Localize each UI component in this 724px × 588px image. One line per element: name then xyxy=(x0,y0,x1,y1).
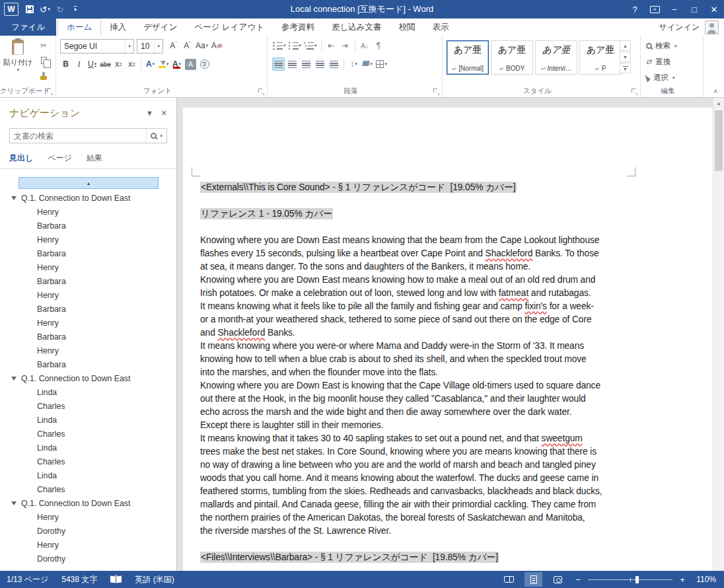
character-shading-button[interactable]: A xyxy=(185,59,196,70)
italic-button[interactable]: I xyxy=(73,57,85,71)
nav-subheading-item[interactable]: Barbara xyxy=(0,330,176,344)
distribute-button[interactable] xyxy=(328,57,340,71)
superscript-button[interactable]: x2 xyxy=(126,57,138,71)
nav-subheading-item[interactable]: Henry xyxy=(0,288,176,302)
ribbon-tab-挿入[interactable]: 挿入 xyxy=(101,18,135,36)
underline-button[interactable]: U▾ xyxy=(86,57,98,71)
nav-heading-item[interactable]: Q.1. Connection to Down East xyxy=(0,191,176,205)
nav-tab-ページ[interactable]: ページ xyxy=(48,153,72,168)
style-item-BODY[interactable]: あア亜↵ BODY xyxy=(491,40,533,75)
document-page[interactable]: <Externals\\This is Core Sound> - § 1 リフ… xyxy=(183,108,713,571)
enclose-characters-button[interactable]: 字 xyxy=(198,57,211,71)
replace-button[interactable]: ⇄置換 xyxy=(646,57,670,67)
cut-button[interactable]: ✂ xyxy=(36,38,52,52)
nav-subheading-item[interactable]: Linda xyxy=(0,413,176,427)
font-name-combobox[interactable]: Segoe UI▾ xyxy=(60,39,134,54)
undo-button[interactable]: ↺▾ xyxy=(38,2,52,17)
save-button[interactable] xyxy=(23,2,36,17)
document-search-box[interactable]: ▾ xyxy=(9,128,167,143)
word-count-indicator[interactable]: 5438 文字 xyxy=(61,574,97,585)
collapse-ribbon-button[interactable]: ˄ xyxy=(713,88,717,95)
sort-button[interactable]: A↓ xyxy=(359,39,371,52)
ribbon-tab-ファイル[interactable]: ファイル xyxy=(0,18,56,36)
align-right-button[interactable] xyxy=(300,57,312,71)
clear-formatting-button[interactable]: A xyxy=(210,39,223,52)
scroll-up-arrow[interactable]: ▲ xyxy=(713,98,724,109)
document-content[interactable]: <Externals\\This is Core Sound> - § 1 リフ… xyxy=(200,181,641,564)
paste-button[interactable]: 貼り付け ▾ xyxy=(3,38,32,83)
read-mode-view-button[interactable] xyxy=(500,572,518,587)
proofing-status-icon[interactable]: ✕ xyxy=(110,575,122,583)
zoom-slider-thumb[interactable] xyxy=(635,576,639,583)
collapse-triangle-icon[interactable] xyxy=(11,501,17,505)
borders-button[interactable]: ▾ xyxy=(375,57,388,71)
shading-button[interactable]: ▾ xyxy=(361,57,374,71)
search-input[interactable] xyxy=(10,131,146,141)
nav-subheading-item[interactable]: Barbara xyxy=(0,246,176,260)
font-size-combobox[interactable]: 10▾ xyxy=(137,39,163,54)
nav-subheading-item[interactable]: Barbara xyxy=(0,219,176,233)
language-indicator[interactable]: 英語 (米国) xyxy=(135,574,174,585)
nav-subheading-item[interactable]: Linda xyxy=(0,441,176,455)
zoom-in-button[interactable]: + xyxy=(678,575,687,585)
grow-font-button[interactable]: Aˆ xyxy=(167,39,180,52)
nav-subheading-item[interactable]: Henry xyxy=(0,538,176,552)
show-formatting-marks-button[interactable]: ¶ xyxy=(373,39,385,52)
nav-subheading-item[interactable]: Henry xyxy=(0,316,176,330)
page-number-indicator[interactable]: 1/13 ページ xyxy=(7,574,48,585)
find-button[interactable]: 検索▾ xyxy=(646,41,677,51)
print-layout-view-button[interactable] xyxy=(525,572,542,587)
style-item-P[interactable]: あア亜↵ P xyxy=(579,40,622,75)
select-button[interactable]: 選択▾ xyxy=(646,73,675,83)
decrease-indent-button[interactable]: ⇤ xyxy=(325,39,338,52)
nav-subheading-item[interactable]: Linda xyxy=(0,468,176,482)
search-go-button[interactable]: ▾ xyxy=(146,129,166,143)
word-logo-icon[interactable]: W xyxy=(4,3,18,16)
nav-subheading-item[interactable]: Barbara xyxy=(0,302,176,316)
style-item-[Normal][interactable]: あア亜↵ [Normal] xyxy=(447,40,489,75)
highlight-color-button[interactable]: ▾ xyxy=(157,57,170,71)
subscript-button[interactable]: x2 xyxy=(112,57,125,71)
nav-subheading-item[interactable]: Dorothy xyxy=(0,524,176,538)
shrink-font-button[interactable]: Aˇ xyxy=(181,39,194,52)
line-spacing-button[interactable]: ↕▾ xyxy=(347,57,360,71)
ribbon-tab-ホーム[interactable]: ホーム xyxy=(57,18,101,36)
zoom-percentage[interactable]: 110% xyxy=(694,575,716,584)
styles-dialog-launcher[interactable] xyxy=(631,88,638,95)
ribbon-display-options-button[interactable]: ˄ xyxy=(645,0,665,18)
styles-more-button[interactable]: ▼ xyxy=(620,63,631,73)
nav-subheading-item[interactable]: Dorothy xyxy=(0,552,176,566)
help-button[interactable]: ? xyxy=(625,0,645,18)
style-item-Intervi…[interactable]: あア亜↵ Intervi… xyxy=(535,40,577,75)
redo-button[interactable]: ↻ xyxy=(54,2,67,17)
nav-close-button[interactable]: ✕ xyxy=(161,109,167,118)
ribbon-tab-校閲[interactable]: 校閲 xyxy=(390,18,424,36)
nav-heading-item[interactable]: Q.1. Connection to Down East xyxy=(0,371,176,385)
nav-subheading-item[interactable]: Henry xyxy=(0,260,176,274)
collapse-triangle-icon[interactable] xyxy=(11,377,17,381)
nav-subheading-item[interactable]: Henry xyxy=(0,344,176,357)
clipboard-dialog-launcher[interactable] xyxy=(46,88,54,95)
minimize-button[interactable]: − xyxy=(665,0,684,18)
bullets-button[interactable]: ▾ xyxy=(272,39,287,52)
ribbon-tab-表示[interactable]: 表示 xyxy=(424,18,458,36)
sign-in-button[interactable]: サインイン xyxy=(659,18,724,36)
ribbon-tab-ページ レイアウト[interactable]: ページ レイアウト xyxy=(186,18,273,36)
nav-tab-見出し[interactable]: 見出し xyxy=(9,153,33,168)
nav-options-button[interactable]: ▼ xyxy=(146,109,153,117)
nav-subheading-item[interactable]: Charles xyxy=(0,482,176,496)
vertical-scrollbar[interactable]: ▲ xyxy=(713,98,724,571)
maximize-button[interactable]: □ xyxy=(684,0,704,18)
close-button[interactable]: ✕ xyxy=(704,0,724,18)
format-painter-button[interactable] xyxy=(36,69,52,83)
align-left-button[interactable] xyxy=(272,57,285,71)
styles-scroll-down-button[interactable]: ▼ xyxy=(620,52,631,62)
align-center-button[interactable] xyxy=(286,57,299,71)
change-case-button[interactable]: Aa▾ xyxy=(195,39,209,52)
nav-heading-item[interactable]: Q.1. Connection to Down East xyxy=(0,496,176,510)
ribbon-tab-差し込み文書[interactable]: 差し込み文書 xyxy=(323,18,390,36)
text-effects-button[interactable]: A▾ xyxy=(144,57,157,71)
nav-subheading-item[interactable]: Linda xyxy=(0,385,176,399)
collapse-triangle-icon[interactable] xyxy=(11,196,17,200)
nav-subheading-item[interactable]: Henry xyxy=(0,205,176,219)
